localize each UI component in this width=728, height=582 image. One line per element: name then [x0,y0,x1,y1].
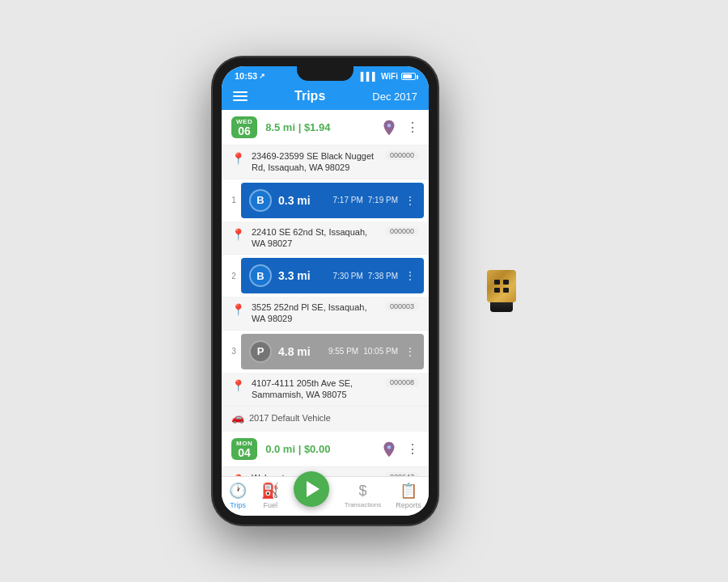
fuel-icon: ⛽ [261,482,279,500]
trip1-type-badge: B [249,189,272,212]
trip1-end-address-row: 📍 22410 SE 62nd St, Issaquah, WA 98027 0… [222,221,429,255]
trip2-more-icon[interactable]: ⋮ [404,269,416,282]
menu-icon[interactable] [233,91,248,101]
trip3-more-icon[interactable]: ⋮ [404,345,416,358]
play-icon [307,481,320,497]
tab-reports-label: Reports [396,501,421,509]
wifi-icon: WiFi [381,72,398,81]
trip1-end-time: 7:19 PM [368,196,398,205]
map-icon-2[interactable] [380,441,398,458]
trip3-end-tag: 000008 [385,377,419,387]
trip1-start-tag: 000000 [385,150,419,160]
trip2-start-time: 7:30 PM [333,272,363,280]
tab-transactions[interactable]: $ Transactions [345,483,382,508]
nav-title: Trips [294,89,325,103]
tab-bar: 🕐 Trips ⛽ Fuel $ Transactions [222,476,429,516]
tab-reports[interactable]: 📋 Reports [396,482,421,509]
signal-icon: ▌▌▌ [361,72,378,81]
trip1-end-address: 22410 SE 62nd St, Issaquah, WA 98027 [252,226,379,250]
day1-more-icon[interactable]: ⋮ [406,120,419,135]
usb-dongle [487,270,516,312]
walmart-address-row: 📍 Walmart 028647 [222,467,429,476]
trip1-start-address-row: 📍 23469-23599 SE Black Nugget Rd, Issaqu… [222,146,429,179]
trip1-row[interactable]: B 0.3 mi 7:17 PM 7:19 PM ⋮ [241,183,424,218]
day1-header: WED 06 8.5 mi | $1.94 ⋮ [222,110,429,146]
tab-fuel[interactable]: ⛽ Fuel [261,482,279,509]
content-area: WED 06 8.5 mi | $1.94 ⋮ 📍 [222,110,429,476]
tab-transactions-label: Transactions [345,501,382,508]
trip1-times: 7:17 PM 7:19 PM [333,196,399,205]
pin-icon: 📍 [231,152,245,165]
phone: 10:53 ↗ ▌▌▌ WiFi [212,57,438,525]
pin-icon-3: 📍 [231,303,245,316]
trip1-distance: 0.3 mi [278,194,327,207]
trip3-end-time: 10:05 PM [363,347,398,356]
nav-month: Dec 2017 [372,91,417,103]
status-bar: 10:53 ↗ ▌▌▌ WiFi [222,66,429,84]
trip2-end-address-row: 📍 3525 252nd Pl SE, Issaquah, WA 98029 0… [222,297,429,331]
day2-num: 04 [236,447,252,458]
status-right: ▌▌▌ WiFi [361,72,416,81]
dongle-body [487,270,516,302]
day2-badge: MON 04 [231,438,257,460]
day2-more-icon[interactable]: ⋮ [406,441,419,457]
fab-button[interactable] [294,471,329,507]
dongle-pin [494,280,500,285]
trip3-distance: 4.8 mi [278,345,322,358]
car-icon: 🚗 [231,411,244,424]
map-icon[interactable] [380,119,398,137]
dongle-connector [490,301,513,312]
location-arrow-icon: ↗ [259,72,265,80]
day1-stats: 8.5 mi | $1.94 [265,121,372,133]
time-label: 10:53 [235,71,257,81]
day1-num: 06 [236,125,252,137]
trip3-end-address-row: 📍 4107-4111 205th Ave SE, Sammamish, WA … [222,373,429,407]
trip3-end-address: 4107-4111 205th Ave SE, Sammamish, WA 98… [252,377,379,401]
trip3-start-time: 9:55 PM [328,347,358,356]
trip2-distance: 3.3 mi [278,269,327,282]
trip2-end-tag: 000003 [385,302,419,311]
nav-bar: Trips Dec 2017 [222,84,429,110]
tab-trips[interactable]: 🕐 Trips [229,482,247,509]
trip2-end-address: 3525 252nd Pl SE, Issaquah, WA 98029 [252,302,379,325]
trip1-more-icon[interactable]: ⋮ [404,194,416,207]
dongle-pins-bottom [494,288,509,293]
pin-icon-4: 📍 [231,379,245,392]
notch [297,66,353,81]
tab-trips-label: Trips [230,501,246,509]
pin-icon-2: 📍 [231,228,245,241]
day2-header: MON 04 0.0 mi | $0.00 ⋮ [222,432,429,467]
trip2-index: 2 [228,272,239,280]
trip1-end-tag: 000000 [385,226,419,236]
status-left: 10:53 ↗ [235,71,265,81]
day2-stats: 0.0 mi | $0.00 [265,443,372,455]
dollar-icon: $ [358,483,366,500]
dongle-pin [503,288,509,293]
vehicle-label: 2017 Default Vehicle [249,413,331,423]
trip3-row[interactable]: P 4.8 mi 9:55 PM 10:05 PM ⋮ [241,334,424,369]
trip1-start-time: 7:17 PM [333,196,363,205]
trip1-index: 1 [228,196,239,205]
trip2-type-badge: B [249,264,272,287]
trip2-row[interactable]: B 3.3 mi 7:30 PM 7:38 PM ⋮ [241,258,424,293]
day1-badge: WED 06 [231,116,257,138]
trip2-end-time: 7:38 PM [368,272,398,280]
dongle-pin [503,280,509,285]
trip3-type-badge: P [249,340,272,363]
trip3-times: 9:55 PM 10:05 PM [328,347,398,356]
vehicle-row: 🚗 2017 Default Vehicle [222,406,429,428]
dongle-pin [494,288,500,293]
tab-fuel-label: Fuel [264,501,278,509]
dongle-pins-top [494,280,509,285]
reports-icon: 📋 [400,482,417,500]
clock-icon: 🕐 [229,482,247,500]
trip1-start-address: 23469-23599 SE Black Nugget Rd, Issaquah… [252,150,379,174]
trip3-index: 3 [228,347,239,356]
battery-icon [401,73,416,80]
trip2-times: 7:30 PM 7:38 PM [333,272,399,280]
